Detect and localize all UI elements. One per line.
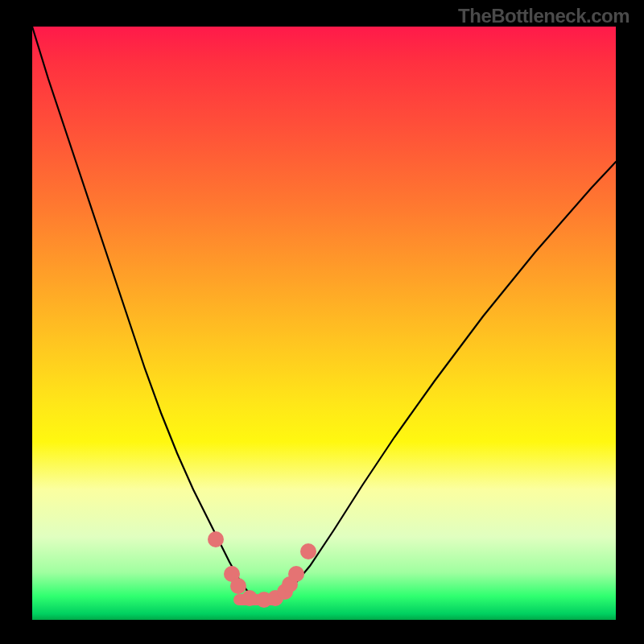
- marker-bottom-1: [242, 590, 258, 606]
- marker-left-3: [230, 578, 246, 594]
- plot-area: [32, 27, 616, 620]
- marker-right-4: [300, 543, 316, 559]
- marker-group: [208, 531, 316, 608]
- bottleneck-curve: [32, 27, 616, 600]
- watermark-text: TheBottleneck.com: [458, 5, 630, 27]
- chart-svg: [32, 27, 616, 620]
- marker-left-1: [208, 531, 224, 547]
- chart-frame: TheBottleneck.com: [0, 0, 644, 644]
- marker-right-3: [288, 566, 304, 582]
